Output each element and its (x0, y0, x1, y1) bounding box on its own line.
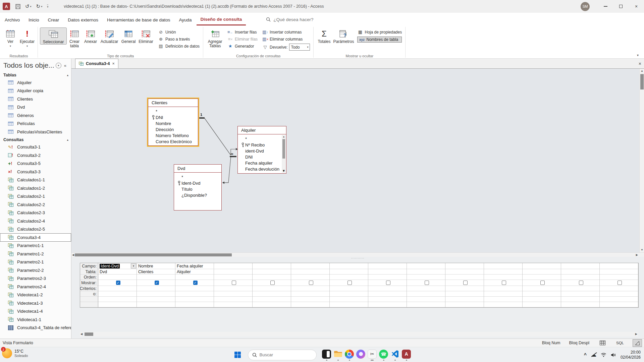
sidebar-item-parametro2-1[interactable]: Parametro2-1 (0, 258, 71, 266)
undo-button[interactable]: ↺▾ (25, 3, 32, 9)
nav-menu-chevron-icon[interactable]: ▾ (56, 63, 61, 68)
builder-button[interactable]: ★Generador (227, 44, 258, 49)
grid-criterios-cell[interactable] (330, 286, 368, 291)
sidebar-item-videoteca1-3[interactable]: Videoteca1-3 (0, 299, 71, 307)
grid-orden-cell[interactable] (523, 275, 561, 280)
field-[interactable]: * (238, 136, 282, 142)
grid-field-cell[interactable] (445, 263, 484, 269)
sidebar-item-consulta3-4[interactable]: Consulta3-4 (0, 233, 71, 242)
sidebar-item-consulta3-3[interactable]: ×!Consulta3-3 (0, 168, 71, 176)
field-fecha-devoluci-n[interactable]: Fecha devolución (238, 166, 282, 172)
access-taskbar-button[interactable]: A (401, 348, 412, 362)
sidebar-item-alquiler-copia[interactable]: Alquiler copia (0, 87, 71, 95)
design-vertical-scrollbar[interactable]: ▲ ▼ (639, 69, 644, 252)
tab-crear[interactable]: Crear (44, 14, 63, 25)
delete-columns-button[interactable]: ▥×Eliminar columnas (262, 37, 310, 42)
show-checkbox[interactable] (502, 281, 506, 285)
document-tab-consulta3-4[interactable]: Consulta3-4 × (75, 59, 118, 68)
grid-criterios-cell[interactable] (175, 286, 214, 291)
grid-o-cell[interactable] (368, 291, 407, 297)
parameters-button[interactable]: ? Parámetros (332, 27, 355, 44)
grid-show-cell[interactable]: ✓ (175, 280, 214, 286)
table-names-button[interactable]: xyzNombres de tabla (357, 37, 402, 43)
sidebar-item-parametro1-2[interactable]: Parametro1-2 (0, 250, 71, 258)
totals-button[interactable]: Σ Totales (316, 27, 332, 44)
sidebar-item-parametros2-3[interactable]: Parametros2-3 (0, 275, 71, 283)
grid-b2-cell[interactable] (484, 302, 522, 307)
grid-o-cell[interactable] (98, 291, 137, 297)
grid-o-cell[interactable] (253, 291, 291, 297)
grid-o-cell[interactable] (137, 291, 175, 297)
grid-b1-cell[interactable] (407, 297, 445, 302)
grid-field-cell[interactable] (484, 263, 522, 269)
table-scrollbar[interactable]: ▴ ▼ (282, 135, 286, 173)
grid-o-cell[interactable] (523, 291, 561, 297)
grid-table-cell[interactable] (330, 269, 368, 275)
grid-table-cell[interactable] (561, 269, 599, 275)
grid-o-cell[interactable] (291, 291, 329, 297)
grid-criterios-cell[interactable] (407, 286, 445, 291)
grid-b2-cell[interactable] (330, 302, 368, 307)
grid-criterios-cell[interactable] (137, 286, 175, 291)
grid-field-cell[interactable] (330, 263, 368, 269)
grid-o-cell[interactable] (330, 291, 368, 297)
scroll-thumb[interactable] (75, 253, 232, 256)
sidebar-item-calculados2-3[interactable]: Calculados2-3 (0, 209, 71, 217)
grid-b2-cell[interactable] (214, 302, 252, 307)
grid-b1-cell[interactable] (175, 297, 214, 302)
show-checkbox[interactable] (425, 281, 429, 285)
redo-button[interactable]: ↻▾ (36, 3, 43, 9)
query-design-canvas[interactable]: 1 ∞ Clientes *DNINombreDirecciónNúmero T… (71, 69, 644, 252)
select-query-button[interactable]: Seleccionar (40, 27, 67, 45)
grid-b1-cell[interactable] (98, 297, 137, 302)
grid-orden-cell[interactable] (98, 275, 137, 280)
copilot-taskbar-button[interactable] (355, 348, 367, 362)
insert-columns-button[interactable]: ▥↑Insertar columnas (262, 29, 310, 35)
sidebar-item-videoteca1-2[interactable]: Videoteca1-2 (0, 291, 71, 299)
taskbar-search-input[interactable] (260, 352, 307, 357)
grid-b2-cell[interactable] (253, 302, 291, 307)
grid-show-cell[interactable] (484, 280, 522, 286)
designer-table-dvd[interactable]: Dvd *Ident-DvdTítulo¿Disponible? (174, 164, 222, 210)
grid-table-cell[interactable] (291, 269, 329, 275)
grid-show-cell[interactable] (368, 280, 407, 286)
grid-table-cell[interactable]: Clientes (137, 269, 175, 275)
shutter-bar-close-icon[interactable]: « (64, 63, 66, 68)
show-checkbox[interactable] (463, 281, 468, 285)
sidebar-item-alquiler[interactable]: Alquiler (0, 78, 71, 87)
grid-field-cell[interactable] (214, 263, 252, 269)
grid-field-cell[interactable] (291, 263, 329, 269)
grid-criterios-cell[interactable] (98, 286, 137, 291)
sql-view-button[interactable]: SQL (616, 341, 624, 345)
chrome-taskbar-button[interactable] (344, 348, 355, 362)
grid-field-cell[interactable] (368, 263, 407, 269)
designer-table-clientes[interactable]: Clientes *DNINombreDirecciónNúmero Teléf… (148, 99, 198, 146)
grid-b1-cell[interactable] (368, 297, 407, 302)
run-button[interactable]: ! Ejecutar ▾ (19, 27, 36, 48)
grid-orden-cell[interactable] (445, 275, 484, 280)
grid-orden-cell[interactable] (175, 275, 214, 280)
grid-criterios-cell[interactable] (214, 286, 252, 291)
grid-criterios-cell[interactable] (523, 286, 561, 291)
grid-table-cell[interactable] (523, 269, 561, 275)
show-checkbox[interactable] (618, 281, 622, 285)
field-nombre[interactable]: Nombre (148, 120, 198, 126)
scroll-thumb[interactable] (85, 333, 93, 336)
sidebar-item-parametro1-1[interactable]: Parametro1-1 (0, 242, 71, 250)
whatsapp-taskbar-button[interactable]: ☎ (378, 348, 389, 362)
grid-orden-cell[interactable] (484, 275, 522, 280)
grid-show-cell[interactable] (253, 280, 291, 286)
sidebar-item-videoteca1-4[interactable]: Videoteca1-4 (0, 307, 71, 316)
scroll-down-icon[interactable]: ▼ (640, 248, 644, 252)
sidebar-item-dvd[interactable]: Dvd (0, 103, 71, 112)
grid-field-cell[interactable]: Nombre (137, 263, 175, 269)
scroll-left-icon[interactable]: ◀ (72, 253, 74, 257)
data-definition-button[interactable]: ▤Definición de datos (158, 44, 200, 49)
grid-show-cell[interactable] (214, 280, 252, 286)
grid-field-cell[interactable]: Ident-Dvd▾ (98, 263, 137, 269)
grid-show-cell[interactable] (330, 280, 368, 286)
grid-field-cell[interactable] (407, 263, 445, 269)
grid-o-cell[interactable] (214, 291, 252, 297)
designer-table-alquiler[interactable]: Alquiler *Nº Reciboident-DvdDNIFecha alq… (237, 126, 286, 174)
sidebar-item-consulta3-1[interactable]: ✎!Consulta3-1 (0, 143, 71, 152)
